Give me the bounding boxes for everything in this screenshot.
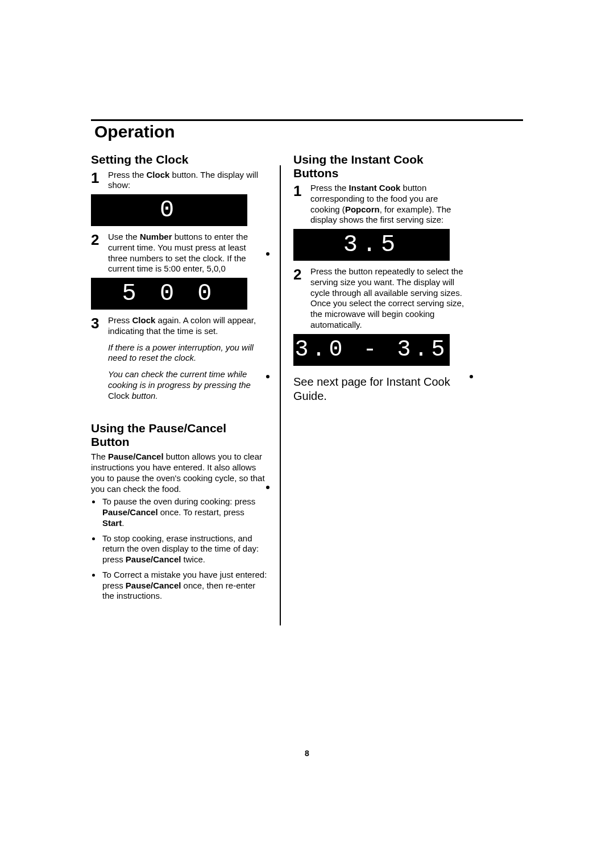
lcd-value: 5 0 0 bbox=[122, 279, 216, 309]
note-next-page: See next page for Instant Cook Guide. bbox=[293, 375, 470, 403]
section-heading-pause: Using the Pause/Cancel Button bbox=[91, 422, 267, 448]
lcd-value: 0 bbox=[160, 195, 179, 226]
lcd-display-wrap: 5 0 0 bbox=[91, 278, 267, 310]
step-block: 3 Press Clock again. A colon will appear… bbox=[91, 315, 267, 401]
note-text: You can check the current time while coo… bbox=[108, 369, 267, 401]
step-text: Press Clock again. A colon will appear, … bbox=[108, 315, 267, 401]
lcd-display-wrap: 0 bbox=[91, 194, 267, 226]
decorative-dot bbox=[266, 486, 269, 489]
step-number: 2 bbox=[91, 232, 108, 274]
step-number: 2 bbox=[293, 266, 310, 331]
title-rule bbox=[91, 119, 523, 121]
column-divider bbox=[280, 165, 281, 625]
step-block: 2 Use the Number buttons to enter the cu… bbox=[91, 232, 267, 274]
step-number: 3 bbox=[91, 315, 108, 401]
step-text: Press the button repeatedly to select th… bbox=[310, 266, 470, 331]
note-text: If there is a power interruption, you wi… bbox=[108, 343, 267, 364]
step-text: Use the Number buttons to enter the curr… bbox=[108, 232, 267, 274]
lcd-display: 0 bbox=[91, 194, 247, 226]
decorative-dot bbox=[266, 252, 269, 256]
step-block: 1 Press the Clock button. The display wi… bbox=[91, 170, 267, 191]
step-text: Press the Instant Cook button correspond… bbox=[310, 183, 470, 226]
step-text: Press the Clock button. The display will… bbox=[108, 170, 267, 191]
section-heading-clock: Setting the Clock bbox=[91, 153, 267, 166]
step-number: 1 bbox=[293, 183, 310, 226]
lcd-display: 3.5 bbox=[293, 229, 450, 261]
lcd-value: 3.5 bbox=[343, 230, 400, 260]
step-number: 1 bbox=[91, 170, 108, 191]
step-block: 2 Press the button repeatedly to select … bbox=[293, 266, 470, 331]
page-content: Operation Setting the Clock 1 Press the … bbox=[91, 119, 523, 625]
list-item: To stop cooking, erase instructions, and… bbox=[101, 533, 267, 565]
lcd-display: 3.0 - 3.5 bbox=[293, 334, 450, 366]
section-heading-instant: Using the Instant Cook Buttons bbox=[293, 153, 470, 180]
left-column: Setting the Clock 1 Press the Clock butt… bbox=[91, 148, 267, 625]
list-item: To Correct a mistake you have just enter… bbox=[101, 570, 267, 602]
lcd-display-wrap: 3.5 bbox=[293, 229, 470, 261]
decorative-dot bbox=[470, 375, 473, 378]
lcd-value: 3.0 - 3.5 bbox=[294, 336, 448, 364]
lcd-display-wrap: 3.0 - 3.5 bbox=[293, 334, 470, 366]
bullet-list: To pause the oven during cooking: press … bbox=[91, 496, 267, 602]
page-title: Operation bbox=[94, 122, 523, 141]
lcd-display: 5 0 0 bbox=[91, 278, 247, 310]
decorative-dot bbox=[266, 375, 269, 378]
right-column: Using the Instant Cook Buttons 1 Press t… bbox=[293, 148, 470, 625]
columns: Setting the Clock 1 Press the Clock butt… bbox=[91, 148, 523, 625]
page-number: 8 bbox=[91, 749, 523, 758]
list-item: To pause the oven during cooking: press … bbox=[101, 496, 267, 528]
step-block: 1 Press the Instant Cook button correspo… bbox=[293, 183, 470, 226]
section-intro: The Pause/Cancel button allows you to cl… bbox=[91, 452, 267, 494]
